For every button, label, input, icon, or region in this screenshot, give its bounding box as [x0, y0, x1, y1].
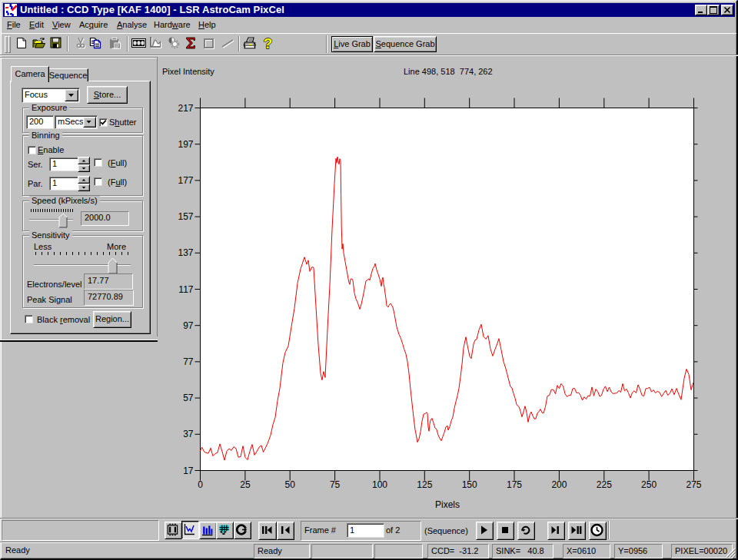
svg-text:175: 175: [507, 479, 522, 490]
svg-text:117: 117: [178, 284, 193, 295]
svg-text:200: 200: [551, 479, 567, 490]
svg-text:57: 57: [183, 393, 194, 403]
svg-text:137: 137: [178, 247, 193, 258]
svg-text:?: ?: [264, 36, 273, 51]
svg-text:217: 217: [178, 103, 193, 114]
svg-text:125: 125: [417, 479, 432, 490]
svg-text:17: 17: [183, 466, 194, 476]
svg-text:250: 250: [641, 479, 657, 490]
svg-text:75: 75: [330, 479, 341, 490]
svg-text:225: 225: [597, 479, 612, 490]
svg-text:97: 97: [183, 320, 194, 331]
svg-text:275: 275: [686, 479, 701, 490]
svg-text:177: 177: [178, 175, 193, 186]
svg-text:25: 25: [240, 479, 251, 490]
svg-text:77: 77: [183, 356, 194, 367]
svg-text:197: 197: [178, 139, 193, 150]
svg-text:50: 50: [285, 479, 296, 490]
svg-text:0: 0: [198, 479, 203, 490]
svg-text:150: 150: [462, 479, 477, 490]
svg-text:100: 100: [372, 479, 387, 490]
svg-text:157: 157: [178, 211, 193, 222]
svg-text:Pixels: Pixels: [435, 499, 460, 510]
svg-text:37: 37: [183, 429, 194, 439]
